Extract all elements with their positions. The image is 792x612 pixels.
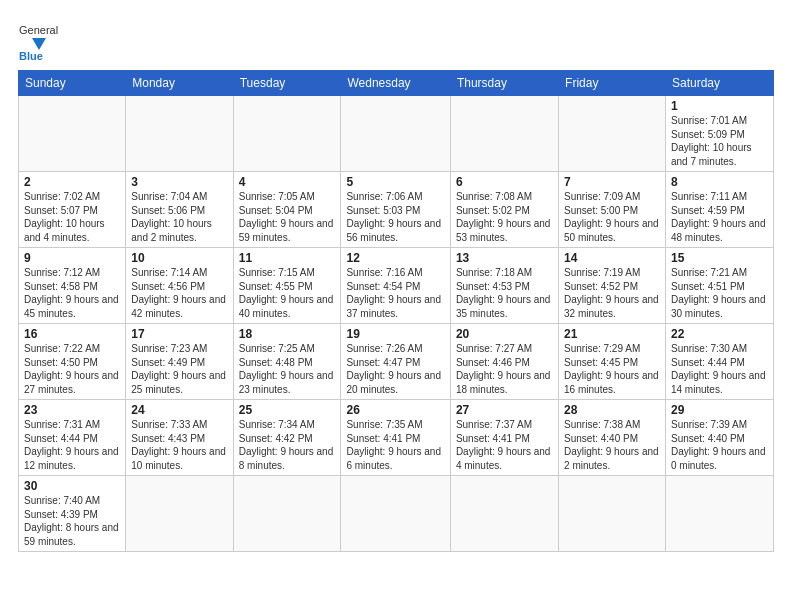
weekday-header-monday: Monday: [126, 71, 233, 96]
calendar-cell: 19Sunrise: 7:26 AM Sunset: 4:47 PM Dayli…: [341, 324, 450, 400]
calendar-cell: 4Sunrise: 7:05 AM Sunset: 5:04 PM Daylig…: [233, 172, 341, 248]
day-number: 12: [346, 251, 444, 265]
day-number: 30: [24, 479, 120, 493]
day-info: Sunrise: 7:16 AM Sunset: 4:54 PM Dayligh…: [346, 266, 444, 320]
day-number: 22: [671, 327, 768, 341]
day-number: 11: [239, 251, 336, 265]
calendar-cell: [559, 476, 666, 552]
calendar-cell: 2Sunrise: 7:02 AM Sunset: 5:07 PM Daylig…: [19, 172, 126, 248]
day-info: Sunrise: 7:19 AM Sunset: 4:52 PM Dayligh…: [564, 266, 660, 320]
calendar-cell: 30Sunrise: 7:40 AM Sunset: 4:39 PM Dayli…: [19, 476, 126, 552]
calendar-cell: 23Sunrise: 7:31 AM Sunset: 4:44 PM Dayli…: [19, 400, 126, 476]
day-number: 20: [456, 327, 553, 341]
week-row-4: 16Sunrise: 7:22 AM Sunset: 4:50 PM Dayli…: [19, 324, 774, 400]
calendar-cell: 29Sunrise: 7:39 AM Sunset: 4:40 PM Dayli…: [665, 400, 773, 476]
calendar-cell: 27Sunrise: 7:37 AM Sunset: 4:41 PM Dayli…: [450, 400, 558, 476]
day-number: 17: [131, 327, 227, 341]
day-number: 3: [131, 175, 227, 189]
day-number: 6: [456, 175, 553, 189]
calendar-cell: [665, 476, 773, 552]
day-number: 10: [131, 251, 227, 265]
svg-marker-1: [32, 38, 46, 50]
calendar-cell: 10Sunrise: 7:14 AM Sunset: 4:56 PM Dayli…: [126, 248, 233, 324]
calendar-table: SundayMondayTuesdayWednesdayThursdayFrid…: [18, 70, 774, 552]
calendar-cell: 16Sunrise: 7:22 AM Sunset: 4:50 PM Dayli…: [19, 324, 126, 400]
week-row-2: 2Sunrise: 7:02 AM Sunset: 5:07 PM Daylig…: [19, 172, 774, 248]
day-info: Sunrise: 7:08 AM Sunset: 5:02 PM Dayligh…: [456, 190, 553, 244]
week-row-3: 9Sunrise: 7:12 AM Sunset: 4:58 PM Daylig…: [19, 248, 774, 324]
weekday-header-wednesday: Wednesday: [341, 71, 450, 96]
calendar-cell: 22Sunrise: 7:30 AM Sunset: 4:44 PM Dayli…: [665, 324, 773, 400]
day-info: Sunrise: 7:18 AM Sunset: 4:53 PM Dayligh…: [456, 266, 553, 320]
calendar-cell: 12Sunrise: 7:16 AM Sunset: 4:54 PM Dayli…: [341, 248, 450, 324]
header: General Blue: [18, 18, 774, 62]
day-info: Sunrise: 7:15 AM Sunset: 4:55 PM Dayligh…: [239, 266, 336, 320]
calendar-cell: 13Sunrise: 7:18 AM Sunset: 4:53 PM Dayli…: [450, 248, 558, 324]
day-info: Sunrise: 7:34 AM Sunset: 4:42 PM Dayligh…: [239, 418, 336, 472]
day-number: 29: [671, 403, 768, 417]
svg-text:Blue: Blue: [19, 50, 43, 62]
day-number: 25: [239, 403, 336, 417]
day-number: 24: [131, 403, 227, 417]
weekday-header-sunday: Sunday: [19, 71, 126, 96]
calendar-cell: [341, 476, 450, 552]
day-number: 9: [24, 251, 120, 265]
weekday-header-friday: Friday: [559, 71, 666, 96]
calendar-cell: [559, 96, 666, 172]
day-number: 14: [564, 251, 660, 265]
day-info: Sunrise: 7:31 AM Sunset: 4:44 PM Dayligh…: [24, 418, 120, 472]
day-number: 27: [456, 403, 553, 417]
day-number: 1: [671, 99, 768, 113]
calendar-cell: [19, 96, 126, 172]
day-number: 5: [346, 175, 444, 189]
day-info: Sunrise: 7:37 AM Sunset: 4:41 PM Dayligh…: [456, 418, 553, 472]
day-info: Sunrise: 7:39 AM Sunset: 4:40 PM Dayligh…: [671, 418, 768, 472]
day-info: Sunrise: 7:06 AM Sunset: 5:03 PM Dayligh…: [346, 190, 444, 244]
day-number: 23: [24, 403, 120, 417]
svg-text:General: General: [19, 24, 58, 36]
calendar-cell: 28Sunrise: 7:38 AM Sunset: 4:40 PM Dayli…: [559, 400, 666, 476]
day-info: Sunrise: 7:02 AM Sunset: 5:07 PM Dayligh…: [24, 190, 120, 244]
day-number: 8: [671, 175, 768, 189]
day-info: Sunrise: 7:21 AM Sunset: 4:51 PM Dayligh…: [671, 266, 768, 320]
calendar-body: 1Sunrise: 7:01 AM Sunset: 5:09 PM Daylig…: [19, 96, 774, 552]
calendar-cell: [450, 96, 558, 172]
day-number: 21: [564, 327, 660, 341]
day-number: 26: [346, 403, 444, 417]
calendar-cell: 6Sunrise: 7:08 AM Sunset: 5:02 PM Daylig…: [450, 172, 558, 248]
day-number: 19: [346, 327, 444, 341]
day-info: Sunrise: 7:11 AM Sunset: 4:59 PM Dayligh…: [671, 190, 768, 244]
week-row-1: 1Sunrise: 7:01 AM Sunset: 5:09 PM Daylig…: [19, 96, 774, 172]
day-number: 18: [239, 327, 336, 341]
day-info: Sunrise: 7:12 AM Sunset: 4:58 PM Dayligh…: [24, 266, 120, 320]
calendar-cell: 11Sunrise: 7:15 AM Sunset: 4:55 PM Dayli…: [233, 248, 341, 324]
calendar-cell: 7Sunrise: 7:09 AM Sunset: 5:00 PM Daylig…: [559, 172, 666, 248]
day-info: Sunrise: 7:27 AM Sunset: 4:46 PM Dayligh…: [456, 342, 553, 396]
calendar-cell: 17Sunrise: 7:23 AM Sunset: 4:49 PM Dayli…: [126, 324, 233, 400]
day-number: 2: [24, 175, 120, 189]
day-info: Sunrise: 7:04 AM Sunset: 5:06 PM Dayligh…: [131, 190, 227, 244]
calendar-cell: [126, 476, 233, 552]
day-number: 28: [564, 403, 660, 417]
calendar-cell: 15Sunrise: 7:21 AM Sunset: 4:51 PM Dayli…: [665, 248, 773, 324]
calendar-cell: 9Sunrise: 7:12 AM Sunset: 4:58 PM Daylig…: [19, 248, 126, 324]
calendar-cell: 5Sunrise: 7:06 AM Sunset: 5:03 PM Daylig…: [341, 172, 450, 248]
logo: General Blue: [18, 18, 62, 62]
calendar-cell: 25Sunrise: 7:34 AM Sunset: 4:42 PM Dayli…: [233, 400, 341, 476]
weekday-header-row: SundayMondayTuesdayWednesdayThursdayFrid…: [19, 71, 774, 96]
calendar-cell: [450, 476, 558, 552]
calendar-cell: 3Sunrise: 7:04 AM Sunset: 5:06 PM Daylig…: [126, 172, 233, 248]
day-number: 13: [456, 251, 553, 265]
weekday-header-saturday: Saturday: [665, 71, 773, 96]
calendar-cell: 14Sunrise: 7:19 AM Sunset: 4:52 PM Dayli…: [559, 248, 666, 324]
day-info: Sunrise: 7:30 AM Sunset: 4:44 PM Dayligh…: [671, 342, 768, 396]
calendar-header: SundayMondayTuesdayWednesdayThursdayFrid…: [19, 71, 774, 96]
day-number: 4: [239, 175, 336, 189]
week-row-5: 23Sunrise: 7:31 AM Sunset: 4:44 PM Dayli…: [19, 400, 774, 476]
day-number: 7: [564, 175, 660, 189]
calendar-cell: 24Sunrise: 7:33 AM Sunset: 4:43 PM Dayli…: [126, 400, 233, 476]
calendar-cell: 26Sunrise: 7:35 AM Sunset: 4:41 PM Dayli…: [341, 400, 450, 476]
day-info: Sunrise: 7:29 AM Sunset: 4:45 PM Dayligh…: [564, 342, 660, 396]
weekday-header-thursday: Thursday: [450, 71, 558, 96]
day-info: Sunrise: 7:40 AM Sunset: 4:39 PM Dayligh…: [24, 494, 120, 548]
